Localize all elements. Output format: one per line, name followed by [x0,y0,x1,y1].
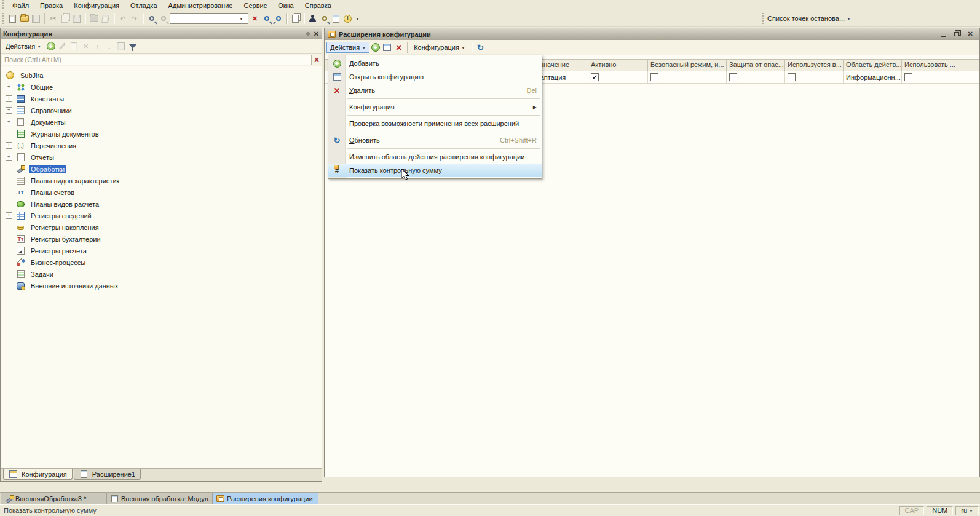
tree-search-input[interactable] [2,55,312,65]
language-selector[interactable]: ru▼ [955,506,979,515]
tree-item-reports[interactable]: + Отчеты [1,151,321,163]
new-document-icon[interactable] [7,14,18,24]
menu-item-open-configuration[interactable]: Открыть конфигурацию [328,70,542,84]
column-header-protection[interactable]: Защита от опас... [727,60,785,71]
menu-item-change-scope[interactable]: Изменить область действия расширения кон… [328,150,542,164]
use-checkbox[interactable] [904,73,912,81]
safe-mode-checkbox[interactable] [650,73,658,81]
tree-item-accumulation-registers[interactable]: Регистры накопления [1,221,321,233]
tree-item-common[interactable]: + Общие [1,81,321,93]
extensions-window-titlebar[interactable]: Расширения конфигурации ✕ [325,28,979,40]
toolbar-search-combobox[interactable]: ▼ [170,13,248,24]
tab-extension1[interactable]: Расширение1 [74,469,141,480]
global-replace-icon[interactable] [273,14,283,24]
column-header-safe-mode[interactable]: Безопасный режим, и... [648,60,727,71]
edit-object-icon[interactable] [57,41,68,52]
menu-configuration[interactable]: Конфигурация [68,1,125,10]
pin-icon[interactable] [306,32,310,36]
restore-icon[interactable] [952,30,962,39]
copy-object-icon[interactable] [69,41,79,52]
delete-object-icon[interactable]: ✕ [81,41,91,52]
tree-item-calculation-registers[interactable]: Регистры расчета [1,245,321,256]
minimize-icon[interactable] [938,30,948,39]
column-header-scope[interactable]: Область действ... [844,60,902,71]
tree-item-characteristic-plans[interactable]: Планы видов характеристик [1,175,321,186]
actions-button[interactable]: Действия▼ [2,41,45,52]
merge-icon[interactable] [100,14,111,24]
menu-item-configuration-submenu[interactable]: Конфигурация ▶ [328,100,542,114]
tree-item-calculation-plans[interactable]: Планы видов расчета [1,198,321,210]
templates-icon[interactable] [290,14,301,24]
expand-icon[interactable]: + [6,119,12,125]
menu-edit[interactable]: Правка [34,1,68,10]
window-tab-module[interactable]: Внешняя обработка: Модул... [107,493,213,504]
column-header-used-in[interactable]: Используется в... [785,60,844,71]
breakpoints-dropdown-icon[interactable]: ▼ [847,17,851,21]
open-icon[interactable] [19,14,30,24]
find-next-icon[interactable] [158,14,168,24]
paste-icon[interactable] [71,14,82,24]
menubar-grip[interactable] [2,0,4,11]
close-icon[interactable]: ✕ [965,30,975,39]
tree-item-document-journals[interactable]: Журналы документов [1,128,321,140]
configuration-dropdown-button[interactable]: Конфигурация▼ [410,42,469,53]
menu-item-delete[interactable]: ✕ Удалить Del [328,84,542,97]
window-tab-extensions[interactable]: Расширения конфигурации [213,493,318,504]
tab-configuration[interactable]: Конфигурация [3,469,73,480]
active-checkbox[interactable]: ✔ [591,73,599,81]
redo-icon[interactable]: ↷ [129,14,140,24]
save-icon[interactable] [31,14,41,24]
clear-search-icon[interactable]: ✕ [250,14,260,24]
cell-scope[interactable]: Информационн... [844,71,902,83]
menu-item-refresh[interactable]: ↻ Обновить Ctrl+Shift+R [328,133,542,147]
add-extension-icon[interactable]: + [370,42,381,53]
info-icon[interactable]: i [342,14,353,24]
tree-item-tasks[interactable]: Задачи [1,268,321,280]
global-search-icon[interactable] [261,14,272,24]
cut-icon[interactable]: ✂ [48,14,58,24]
column-header-active[interactable]: Активно [588,60,648,71]
menu-file[interactable]: Файл [7,1,34,10]
compare-icon[interactable] [89,14,99,24]
toolbar-grip[interactable] [2,13,4,24]
menu-administration[interactable]: Администрирование [163,1,239,10]
open-extension-configuration-icon[interactable] [382,42,392,53]
extensions-actions-button[interactable]: Действия▼ [326,42,369,53]
module-check-icon[interactable] [331,14,341,24]
filter-icon[interactable] [127,41,138,52]
tree-item-business-processes[interactable]: Бизнес-процессы [1,256,321,268]
column-header-use[interactable]: Использовать ... [902,60,979,71]
menu-windows[interactable]: Окна [272,1,299,10]
tree-item-charts-of-accounts[interactable]: Тт Планы счетов [1,186,321,198]
tree-item-enumerations[interactable]: + {..} Перечисления [1,140,321,151]
expand-icon[interactable]: + [6,84,12,90]
menu-help[interactable]: Справка [299,1,337,10]
breakpoints-grip[interactable] [762,13,764,24]
menu-item-check-applicability[interactable]: Проверка возможности применения всех рас… [328,117,542,130]
tree-item-root[interactable]: SubJira [1,69,321,81]
expand-icon[interactable]: + [6,107,12,114]
refresh-icon[interactable]: ↻ [475,42,486,53]
undo-icon[interactable]: ↶ [117,14,128,24]
copy-icon[interactable] [60,14,70,24]
menu-item-show-checksum[interactable]: # Показать контрольную сумму [328,164,542,177]
used-in-checkbox[interactable] [788,73,796,81]
protection-checkbox[interactable] [729,73,737,81]
breakpoints-button[interactable]: Список точек останова... [767,15,845,22]
find-icon[interactable] [146,14,157,24]
expand-icon[interactable]: + [6,142,12,149]
tree-item-data-processors[interactable]: Обработки [1,163,321,175]
search-input[interactable] [170,14,237,23]
window-tab-external-processor[interactable]: ВнешняяОбработка3 * [1,493,107,504]
tree-item-catalogs[interactable]: + Справочники [1,105,321,116]
configuration-panel-titlebar[interactable]: Конфигурация ✕ [1,28,322,39]
delete-extension-icon[interactable]: ✕ [393,42,404,53]
expand-icon[interactable]: + [6,95,12,102]
expand-icon[interactable]: + [6,154,12,161]
syntax-check-icon[interactable] [307,14,318,24]
tree-item-constants[interactable]: + Константы [1,93,321,105]
syntax-help-icon[interactable] [319,14,330,24]
tree-item-external-data-sources[interactable]: Внешние источники данных [1,280,321,292]
close-panel-icon[interactable]: ✕ [314,30,319,38]
move-up-icon[interactable]: ↑ [92,41,103,52]
